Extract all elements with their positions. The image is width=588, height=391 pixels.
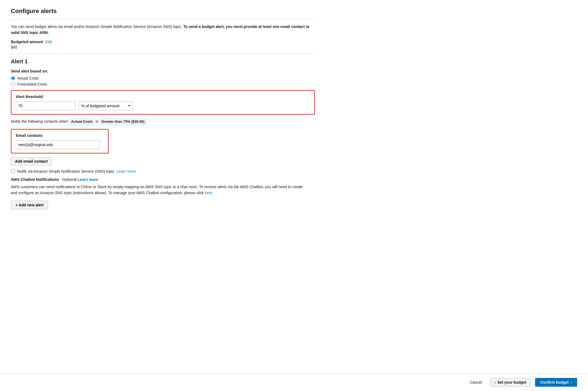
footer-bar: Cancel ‹ Set your budget Confirm budget … [0, 373, 588, 391]
add-email-contact-button[interactable]: Add email contact [11, 157, 52, 165]
notify-badge-condition: Greater than 75% ($30.00) [99, 118, 146, 125]
aws-chatbot-here-link[interactable]: here [205, 191, 212, 195]
sns-label: Notify via Amazon Simple Notification Se… [17, 169, 114, 174]
set-budget-button[interactable]: ‹ Set your budget [490, 378, 531, 387]
budgeted-amount-label: Budgeted amount [11, 40, 43, 44]
sns-learn-more-link[interactable]: Learn more [116, 169, 136, 174]
radio-forecasted-costs-input[interactable] [11, 82, 15, 86]
aws-chatbot-title-text: AWS Chatbot Notifications [11, 177, 59, 182]
aws-chatbot-desc: AWS customers can send notifications to … [11, 184, 309, 196]
chevron-right-icon: › [571, 380, 572, 384]
confirm-budget-label: Confirm budget [540, 380, 568, 384]
add-email-contact-label: Add email contact [15, 159, 48, 163]
add-new-alert-label: + Add new alert [15, 203, 43, 207]
edit-link[interactable]: Edit [45, 40, 52, 44]
threshold-inputs-row: 75 % of budgeted amount Absolute value (… [16, 102, 310, 110]
aws-chatbot-desc-text2: . [213, 191, 214, 195]
budgeted-value: $40 [11, 45, 315, 49]
intro-text: You can send budget alerts via email and… [11, 24, 315, 36]
sns-checkbox[interactable] [11, 169, 15, 173]
aws-chatbot-optional: - Optional [60, 177, 77, 182]
radio-forecasted-costs-label: Forecasted Costs [17, 82, 47, 86]
email-contacts-label: Email contacts [16, 133, 104, 138]
aws-chatbot-learn-more-link[interactable]: Learn more [78, 177, 98, 182]
cancel-label: Cancel [470, 380, 482, 384]
notify-is: is [96, 119, 99, 124]
threshold-number-input[interactable]: 75 [16, 102, 75, 110]
add-new-alert-button[interactable]: + Add new alert [11, 201, 48, 209]
alert-threshold-label: Alert threshold [16, 94, 310, 99]
notify-badge-cost: Actual Costs [69, 118, 94, 125]
radio-actual-costs[interactable]: Actual Costs [11, 76, 315, 80]
chevron-left-icon: ‹ [495, 380, 496, 384]
page-title: Configure alerts [11, 8, 315, 15]
radio-actual-costs-label: Actual Costs [17, 76, 39, 80]
radio-actual-costs-input[interactable] [11, 76, 15, 80]
intro-text-regular: You can send budget alerts via email and… [11, 24, 182, 29]
notify-text: Notify the following contacts when Actua… [11, 118, 315, 125]
send-alert-label: Send alert based on: [11, 69, 315, 73]
alert-divider [11, 54, 315, 54]
threshold-type-select[interactable]: % of budgeted amount Absolute value ($) [79, 102, 133, 110]
cancel-button[interactable]: Cancel [466, 378, 486, 386]
set-budget-label: Set your budget [497, 380, 526, 384]
email-contact-input[interactable] [16, 140, 100, 149]
alert-threshold-section: Alert threshold 75 % of budgeted amount … [11, 90, 315, 115]
alert-type-radio-group: Actual Costs Forecasted Costs [11, 76, 315, 86]
aws-chatbot-title: AWS Chatbot Notifications - Optional Lea… [11, 177, 315, 182]
confirm-budget-button[interactable]: Confirm budget › [535, 378, 577, 387]
radio-forecasted-costs[interactable]: Forecasted Costs [11, 82, 315, 86]
aws-chatbot-desc-text1: AWS customers can send notifications to … [11, 185, 303, 195]
sns-row: Notify via Amazon Simple Notification Se… [11, 169, 315, 174]
email-contacts-section: Email contacts [11, 129, 109, 153]
alert-title: Alert 1 [11, 58, 315, 65]
notify-prefix: Notify the following contacts when [11, 119, 68, 124]
title-divider [11, 19, 315, 19]
